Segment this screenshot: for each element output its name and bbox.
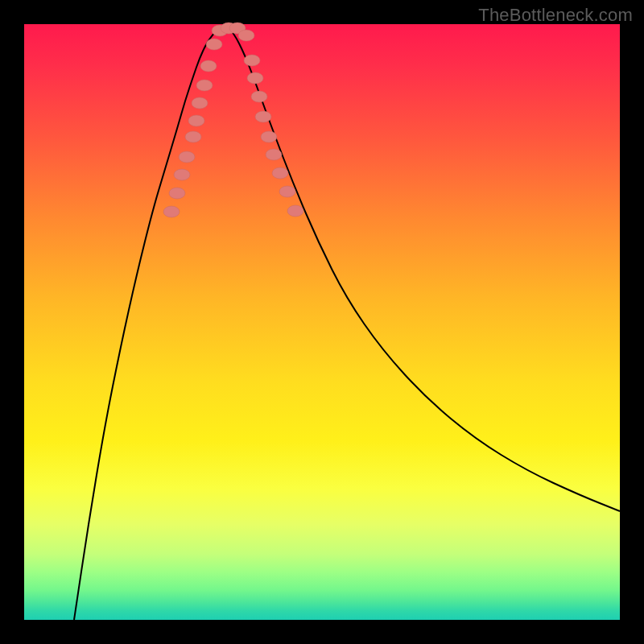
marker-point [255, 111, 271, 122]
marker-point [169, 188, 185, 199]
marker-point [206, 39, 222, 50]
marker-point [279, 186, 295, 197]
marker-point [192, 97, 208, 109]
marker-point [287, 205, 303, 217]
curve-right-branch [225, 27, 620, 511]
marker-point [200, 60, 217, 72]
marker-point [163, 206, 180, 217]
marker-point [179, 151, 195, 163]
marker-point [244, 55, 260, 66]
curve-left-branch [74, 27, 225, 620]
marker-point [266, 149, 282, 160]
marker-point [247, 72, 263, 84]
marker-point [251, 91, 267, 102]
chart-svg [24, 24, 620, 620]
marker-point [238, 30, 254, 41]
marker-point [272, 167, 288, 179]
marker-point [188, 115, 204, 126]
marker-point [261, 131, 277, 142]
watermark-text: TheBottleneck.com [478, 5, 633, 26]
marker-point [174, 169, 190, 180]
marker-group [163, 23, 303, 217]
marker-point [185, 131, 201, 142]
marker-point [196, 80, 213, 91]
